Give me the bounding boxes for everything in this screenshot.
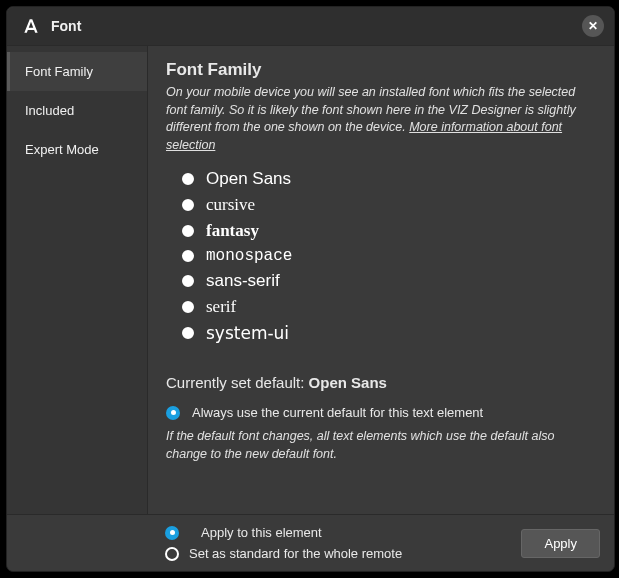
font-option-label: monospace bbox=[206, 247, 292, 265]
font-option-label: serif bbox=[206, 297, 236, 317]
font-family-list: Open Sanscursivefantasymonospacesans-ser… bbox=[166, 166, 596, 346]
radio-selected-icon bbox=[166, 406, 180, 420]
dialog-title: Font bbox=[51, 18, 81, 34]
current-default-prefix: Currently set default: bbox=[166, 374, 309, 391]
apply-to-this-label: Apply to this element bbox=[201, 525, 322, 540]
apply-to-all-option[interactable]: Set as standard for the whole remote bbox=[165, 546, 402, 561]
tab-expert-mode[interactable]: Expert Mode bbox=[7, 130, 147, 169]
radio-unselected-icon bbox=[165, 547, 179, 561]
current-default-value: Open Sans bbox=[309, 374, 387, 391]
close-icon: ✕ bbox=[588, 20, 598, 32]
footer: Apply to this element Set as standard fo… bbox=[7, 514, 614, 571]
radio-selected-icon bbox=[165, 526, 179, 540]
font-option-label: sans-serif bbox=[206, 271, 280, 291]
radio-unselected-icon bbox=[182, 327, 194, 339]
font-option-sans-serif[interactable]: sans-serif bbox=[166, 268, 596, 294]
font-option-label: cursive bbox=[206, 195, 255, 215]
main-panel: Font Family On your mobile device you wi… bbox=[148, 46, 614, 514]
font-option-label: system-ui bbox=[206, 323, 289, 343]
font-option-serif[interactable]: serif bbox=[166, 294, 596, 320]
font-option-label: fantasy bbox=[206, 221, 259, 241]
tab-included[interactable]: Included bbox=[7, 91, 147, 130]
dialog-body: Font FamilyIncludedExpert Mode Font Fami… bbox=[7, 46, 614, 514]
font-option-open-sans[interactable]: Open Sans bbox=[166, 166, 596, 192]
apply-to-all-label: Set as standard for the whole remote bbox=[189, 546, 402, 561]
current-default-line: Currently set default: Open Sans bbox=[166, 374, 596, 391]
font-icon bbox=[21, 16, 41, 36]
apply-to-this-option[interactable]: Apply to this element bbox=[165, 525, 402, 540]
intro-text: On your mobile device you will see an in… bbox=[166, 84, 596, 154]
sidebar: Font FamilyIncludedExpert Mode bbox=[7, 46, 148, 514]
font-option-cursive[interactable]: cursive bbox=[166, 192, 596, 218]
tab-font-family[interactable]: Font Family bbox=[7, 52, 147, 91]
radio-unselected-icon bbox=[182, 275, 194, 287]
footer-scope-options: Apply to this element Set as standard fo… bbox=[165, 525, 402, 561]
font-option-system-ui[interactable]: system-ui bbox=[166, 320, 596, 346]
font-option-label: Open Sans bbox=[206, 169, 291, 189]
font-option-monospace[interactable]: monospace bbox=[166, 244, 596, 268]
font-option-fantasy[interactable]: fantasy bbox=[166, 218, 596, 244]
radio-unselected-icon bbox=[182, 199, 194, 211]
apply-button[interactable]: Apply bbox=[521, 529, 600, 558]
radio-unselected-icon bbox=[182, 250, 194, 262]
radio-unselected-icon bbox=[182, 173, 194, 185]
section-heading: Font Family bbox=[166, 60, 596, 80]
always-default-label: Always use the current default for this … bbox=[192, 405, 483, 420]
font-dialog: Font ✕ Font FamilyIncludedExpert Mode Fo… bbox=[6, 6, 615, 572]
radio-unselected-icon bbox=[182, 225, 194, 237]
title-bar: Font ✕ bbox=[7, 7, 614, 46]
default-hint: If the default font changes, all text el… bbox=[166, 428, 596, 463]
radio-unselected-icon bbox=[182, 301, 194, 313]
close-button[interactable]: ✕ bbox=[582, 15, 604, 37]
always-default-option[interactable]: Always use the current default for this … bbox=[166, 405, 596, 420]
